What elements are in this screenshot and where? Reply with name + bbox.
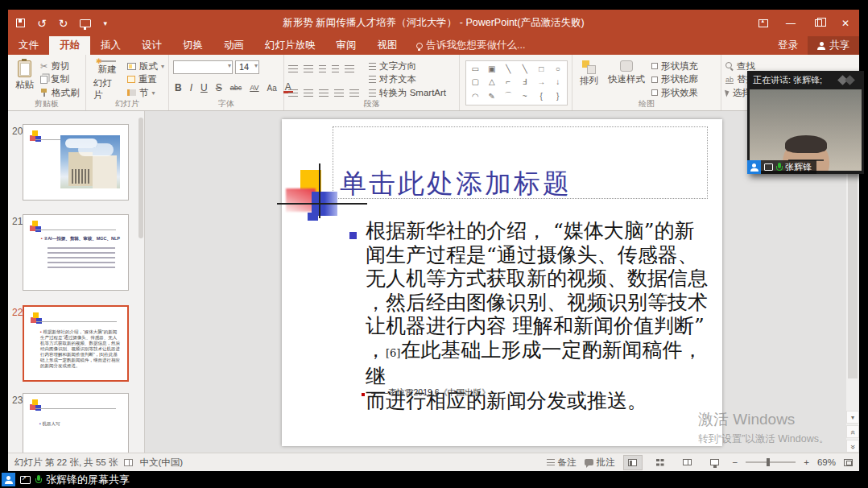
zoom-in-button[interactable]: + [804,457,809,467]
slide-sorter-view-button[interactable] [651,455,670,470]
tab-design[interactable]: 设计 [131,36,172,55]
shadow-button[interactable]: abc [229,84,244,92]
quick-styles-button[interactable]: 快速样式 [605,59,648,100]
normal-view-button[interactable] [623,455,643,470]
next-slide-button[interactable]: » [846,440,859,453]
text-direction-button[interactable]: 文字方向 [369,60,446,72]
shape-textbox2-icon[interactable]: ▣ [488,64,495,73]
tab-transitions[interactable]: 切换 [172,36,213,55]
thumbnail-slide-22-selected[interactable]: ▪ 根据新华社的介绍，“媒体大脑”的新闻生产过程是“通过摄像头、传感器、无人机等… [23,305,129,382]
font-size-select[interactable]: 14 [235,60,259,74]
current-slide[interactable]: 单击此处添加标题 根据新华社的介绍， “媒体大脑”的新 闻生产过程是“通过摄像头… [282,119,722,446]
shape-elbow-arrow-icon[interactable]: Ⅎ [523,77,527,86]
share-button[interactable]: 共享 [808,36,859,55]
new-slide-button[interactable]: 新建 幻灯片 [90,59,124,100]
shape-oval-icon[interactable]: ○ [556,64,560,73]
meeting-video-overlay[interactable]: 正在讲话: 张辉锋; 张辉锋 [747,71,864,174]
close-button[interactable]: ✕ [832,10,859,36]
shape-partial-circle-icon[interactable]: ◠ [472,92,479,101]
notes-button[interactable]: 备注 [547,457,577,469]
tab-insert[interactable]: 插入 [90,36,131,55]
shape-textbox-icon[interactable]: ▭ [472,64,479,73]
zoom-percentage[interactable]: 69% [817,457,836,467]
thumbnail-slide-23[interactable]: ▪ 机器人写 [23,393,129,453]
arrange-label: 排列 [580,75,598,87]
align-left-icon[interactable] [288,89,298,97]
slideshow-view-button[interactable] [705,455,725,470]
shape-outline-button[interactable]: 形状轮廓 [651,73,698,86]
shape-fill-button[interactable]: 形状填充 [651,60,698,72]
shape-left-brace-icon[interactable]: { [540,92,543,101]
shape-triangle-icon[interactable]: △ [489,77,495,86]
clipboard-group: 粘贴 ✂剪切 复制 格式刷 剪贴板 [8,55,86,110]
align-text-icon [369,76,376,83]
shape-down-arrow-icon[interactable]: ↓ [556,77,560,86]
align-right-icon[interactable] [319,89,329,97]
char-spacing-button[interactable]: AV [248,84,260,92]
ribbon-display-options-button[interactable] [750,10,777,36]
shapes-gallery[interactable]: ▭ ▣ ╲ ╲ □ ○ ▢ △ ⌐ Ⅎ → ↓ ◠ ✎ ⌒ ~ { [465,60,568,105]
font-group: 14 B I U S abc AV Aa A 字体 [169,55,284,110]
smartart-button[interactable]: 转换为 SmartArt [369,86,446,99]
shape-line-icon[interactable]: ╲ [506,64,510,73]
zoom-slider[interactable] [746,461,796,463]
justify-icon[interactable] [334,89,344,97]
columns-icon[interactable] [349,89,359,97]
bullets-icon[interactable] [288,65,298,72]
slide-title-text[interactable]: 单击此处添加标题 [340,166,572,202]
tab-slideshow[interactable]: 幻灯片放映 [254,36,326,55]
language-indicator[interactable]: 中文(中国) [139,457,183,469]
tab-file[interactable]: 文件 [8,36,49,55]
shape-rounded-rect-icon[interactable]: ▢ [472,77,479,86]
align-center-icon[interactable] [304,89,313,97]
tab-review[interactable]: 审阅 [326,36,367,55]
copy-button[interactable]: 复制 [40,73,80,86]
proofing-icon[interactable] [124,459,133,466]
reading-view-button[interactable] [678,455,697,470]
zoom-slider-thumb[interactable] [767,458,770,466]
tab-animations[interactable]: 动画 [213,36,254,55]
shape-rectangle-icon[interactable]: □ [539,64,544,73]
comments-button[interactable]: 批注 [585,457,615,469]
shape-right-arrow-icon[interactable]: → [537,77,545,86]
paste-button[interactable]: 粘贴 [12,59,37,100]
shape-freeform-icon[interactable]: ✎ [489,92,495,101]
tab-view[interactable]: 视图 [367,36,408,55]
section-button[interactable]: 节▾ [127,86,164,99]
sign-in-button[interactable]: 登录 [768,36,808,55]
align-text-button[interactable]: 对齐文本 [369,73,446,86]
shape-curve-icon[interactable]: ~ [523,92,527,101]
minimize-button[interactable]: — [777,10,804,36]
numbering-icon[interactable] [304,65,313,72]
restore-button[interactable] [804,10,832,36]
increase-indent-icon[interactable] [332,65,339,72]
shape-arrow-line-icon[interactable]: ╲ [523,64,527,73]
underline-button[interactable]: U [199,82,209,93]
tell-me-box[interactable]: 告诉我您想要做什么... [408,36,534,55]
line-spacing-icon[interactable] [345,65,354,72]
shape-right-brace-icon[interactable]: } [556,92,559,101]
bold-button[interactable]: B [173,82,184,93]
scroll-down-button[interactable]: ▾ [846,411,859,424]
thumbnail-scrollbar[interactable] [138,118,143,238]
italic-button[interactable]: I [188,82,194,93]
layout-button[interactable]: 版式▾ [127,60,164,72]
slide-body-text[interactable]: 根据新华社的介绍， “媒体大脑”的新 闻生产过程是“通过摄像头、传感器、 无人机… [366,219,718,412]
decrease-indent-icon[interactable] [319,65,326,72]
tab-home[interactable]: 开始 [49,36,90,55]
zoom-out-button[interactable]: − [733,457,738,467]
thumbnail-slide-21[interactable]: ▪ ②AI—拍摄、剪辑、审核、MGC、NLP [23,214,129,291]
shape-arc-icon[interactable]: ⌒ [504,90,512,101]
strikethrough-button[interactable]: S [214,82,224,93]
change-case-button[interactable]: Aa [266,84,279,93]
previous-slide-button[interactable]: « [846,425,859,438]
arrange-button[interactable]: 排列 [577,59,601,100]
reset-button[interactable]: 重置 [127,73,164,86]
shape-elbow-icon[interactable]: ⌐ [506,77,510,86]
shape-effects-button[interactable]: 形状效果 [651,86,698,99]
thumbnail-slide-20[interactable] [23,124,129,201]
cut-button[interactable]: ✂剪切 [40,60,80,72]
fit-to-window-icon[interactable] [844,459,853,466]
format-painter-button[interactable]: 格式刷 [40,86,80,99]
font-name-select[interactable] [173,60,233,74]
